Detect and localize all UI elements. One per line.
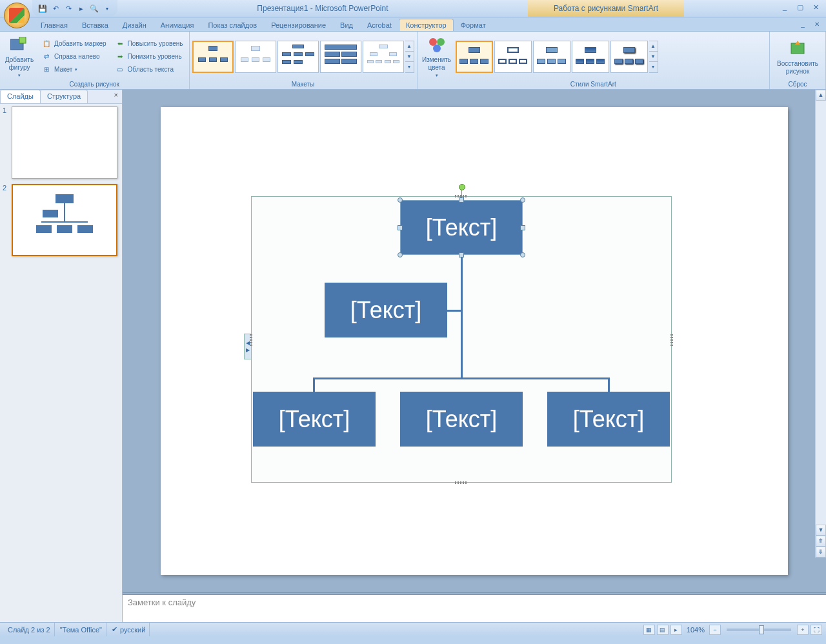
slides-tab[interactable]: Слайды: [0, 90, 41, 103]
tab-animations[interactable]: Анимация: [154, 19, 201, 31]
style-gallery-item[interactable]: [533, 41, 570, 73]
tab-view[interactable]: Вид: [333, 19, 360, 31]
restore-button[interactable]: ▢: [794, 3, 807, 14]
resize-handle[interactable]: [398, 225, 403, 230]
zoom-slider[interactable]: [727, 629, 791, 631]
undo-icon[interactable]: ↶: [50, 3, 61, 14]
zoom-in-button[interactable]: +: [797, 625, 809, 635]
status-lang[interactable]: ✔ русский: [108, 623, 150, 636]
resize-handle[interactable]: [398, 197, 403, 203]
resize-handle[interactable]: [459, 252, 464, 257]
change-colors-button[interactable]: Изменить цвета ▾: [420, 34, 454, 79]
tab-insert[interactable]: Вставка: [75, 19, 116, 31]
resize-handle[interactable]: [520, 252, 525, 257]
svg-point-3: [437, 38, 445, 46]
scroll-up-icon[interactable]: ▲: [816, 90, 826, 101]
ribbon-group-styles: Изменить цвета ▾: [418, 32, 770, 89]
right-to-left-button[interactable]: ⇄ Справа налево: [38, 50, 110, 63]
tab-slideshow[interactable]: Показ слайдов: [201, 19, 264, 31]
demote-icon: ➡: [115, 52, 125, 62]
smartart-shape[interactable]: [Текст]: [253, 392, 376, 447]
ribbon-group-create: Добавить фигуру ▾ 📋 Добавить маркер ⇄ Сп…: [0, 32, 190, 89]
save-icon[interactable]: 💾: [37, 3, 48, 14]
sorter-view-button[interactable]: ▤: [657, 625, 669, 635]
resize-handle[interactable]: [398, 252, 403, 257]
slide-thumbnail[interactable]: [12, 184, 117, 256]
vertical-scrollbar[interactable]: ▲ ▼ ⤊ ⤋: [815, 90, 826, 558]
prev-slide-icon[interactable]: ⤊: [816, 536, 826, 547]
ribbon-tabs: Главная Вставка Дизайн Анимация Показ сл…: [0, 17, 826, 32]
group-layouts-label: Макеты: [192, 80, 414, 89]
notes-pane[interactable]: Заметки к слайду: [123, 595, 826, 622]
qat-dropdown-icon[interactable]: ▾: [102, 3, 112, 14]
layout-gallery-item[interactable]: [363, 41, 404, 73]
bullet-icon: 📋: [41, 39, 52, 49]
quick-access-toolbar: 💾 ↶ ↷ ▸ 🔍 ▾: [32, 0, 117, 17]
svg-rect-1: [19, 37, 26, 43]
zoom-out-button[interactable]: −: [709, 625, 721, 635]
doc-minimize-button[interactable]: _: [796, 21, 809, 31]
tab-design[interactable]: Дизайн: [116, 19, 154, 31]
gallery-up-icon[interactable]: ▲: [405, 41, 414, 52]
add-shape-label: Добавить фигуру: [3, 56, 35, 72]
gallery-up-icon[interactable]: ▲: [649, 41, 658, 52]
gallery-more-icon[interactable]: ▾: [405, 62, 414, 72]
style-gallery-item[interactable]: [572, 41, 609, 73]
style-gallery-scroll: ▲ ▼ ▾: [649, 41, 658, 73]
slide[interactable]: ◀ ▶ [Текст]: [161, 107, 788, 575]
resize-handle[interactable]: [459, 197, 464, 203]
office-button[interactable]: [4, 3, 30, 28]
slide-thumbnail[interactable]: [12, 106, 117, 179]
text-pane-button[interactable]: ▭ Область текста: [112, 63, 186, 76]
rotate-handle-icon[interactable]: [459, 184, 465, 190]
ribbon-group-reset: Восстановить рисунок Сброс: [770, 32, 826, 89]
normal-view-button[interactable]: ▦: [643, 625, 655, 635]
scroll-down-icon[interactable]: ▼: [816, 525, 826, 536]
zoom-level[interactable]: 104%: [687, 626, 705, 634]
resize-handle[interactable]: [520, 197, 525, 203]
add-shape-button[interactable]: Добавить фигуру ▾: [3, 34, 36, 79]
gallery-down-icon[interactable]: ▼: [405, 52, 414, 62]
tab-review[interactable]: Рецензирование: [264, 19, 333, 31]
layout-button[interactable]: ⊞ Макет ▾: [38, 63, 110, 76]
print-preview-icon[interactable]: 🔍: [89, 3, 99, 14]
layout-gallery-item[interactable]: [320, 41, 361, 73]
rtl-icon: ⇄: [41, 52, 52, 62]
thumb-number: 1: [3, 106, 9, 179]
minimize-button[interactable]: _: [778, 3, 791, 14]
tab-format[interactable]: Формат: [454, 19, 493, 31]
fit-to-window-button[interactable]: ⛶: [811, 625, 822, 635]
slideshow-view-button[interactable]: ▸: [670, 625, 682, 635]
spellcheck-icon: ✔: [112, 625, 117, 634]
close-button[interactable]: ✕: [809, 3, 822, 14]
gallery-down-icon[interactable]: ▼: [649, 52, 658, 62]
resize-handle[interactable]: [520, 225, 525, 230]
demote-button[interactable]: ➡ Понизить уровень: [112, 50, 186, 63]
add-bullet-button[interactable]: 📋 Добавить маркер: [38, 37, 110, 50]
smartart-shape[interactable]: [Текст]: [400, 200, 523, 255]
smartart-shape[interactable]: [Текст]: [400, 392, 523, 447]
reset-button[interactable]: Восстановить рисунок: [772, 34, 823, 79]
smartart-frame[interactable]: ◀ ▶ [Текст]: [251, 196, 672, 483]
redo-icon[interactable]: ↷: [63, 3, 74, 14]
tab-home[interactable]: Главная: [34, 19, 75, 31]
layout-gallery-item[interactable]: [277, 41, 319, 73]
next-slide-icon[interactable]: ⤋: [816, 547, 826, 558]
tab-acrobat[interactable]: Acrobat: [360, 19, 399, 31]
smartart-shape[interactable]: [Текст]: [325, 283, 447, 337]
promote-button[interactable]: ⬅ Повысить уровень: [112, 37, 186, 50]
panel-close-button[interactable]: ×: [110, 90, 122, 103]
doc-close-button[interactable]: ✕: [811, 21, 823, 31]
smartart-shape[interactable]: [Текст]: [547, 392, 670, 447]
outline-tab[interactable]: Структура: [40, 90, 88, 103]
tab-constructor[interactable]: Конструктор: [399, 19, 454, 31]
style-gallery-item[interactable]: [456, 41, 493, 73]
layout-gallery-item[interactable]: [235, 41, 276, 73]
style-gallery-item[interactable]: [494, 41, 532, 73]
layout-icon: ⊞: [41, 65, 52, 75]
layout-gallery-item[interactable]: [192, 41, 234, 73]
gallery-more-icon[interactable]: ▾: [649, 62, 658, 72]
slides-panel: Слайды Структура × 1 2: [0, 90, 123, 622]
style-gallery-item[interactable]: [610, 41, 648, 73]
slideshow-icon[interactable]: ▸: [76, 3, 86, 14]
